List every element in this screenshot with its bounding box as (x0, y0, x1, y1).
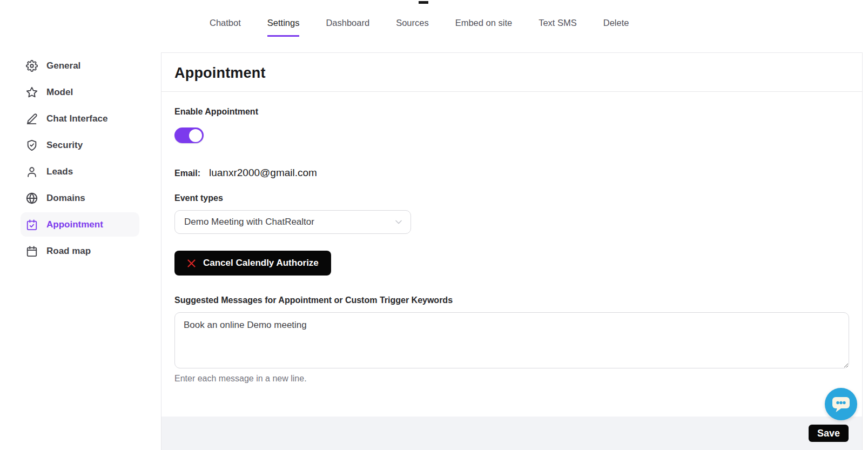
panel-header: Appointment (162, 53, 862, 92)
enable-appointment-label: Enable Appointment (174, 107, 849, 117)
sidebar-item-chat-interface[interactable]: Chat Interface (21, 106, 139, 131)
suggested-messages-textarea[interactable]: Book an online Demo meeting (174, 312, 849, 368)
gear-icon (26, 60, 38, 72)
cancel-calendly-authorize-label: Cancel Calendly Authorize (203, 258, 319, 268)
event-types-select[interactable]: Demo Meeting with ChatRealtor (174, 210, 411, 234)
sidebar-item-appointment[interactable]: Appointment (21, 212, 139, 237)
sidebar-item-general[interactable]: General (21, 53, 139, 78)
sidebar-item-label: Model (46, 87, 73, 98)
tab-embed-on-site[interactable]: Embed on site (455, 18, 512, 37)
sidebar-item-domains[interactable]: Domains (21, 186, 139, 210)
chat-bubble-icon (831, 395, 851, 413)
panel-footer: Save (162, 417, 862, 450)
sidebar-item-label: Security (46, 140, 83, 151)
email-row: Email: luanxr2000@gmail.com (174, 167, 849, 179)
chat-widget-button[interactable] (825, 388, 857, 420)
sidebar-item-model[interactable]: Model (21, 80, 139, 104)
suggested-messages-hint: Enter each message in a new line. (174, 374, 849, 384)
pencil-icon (26, 113, 38, 125)
event-types-selected-value: Demo Meeting with ChatRealtor (184, 217, 314, 227)
enable-appointment-toggle[interactable] (174, 127, 204, 143)
tab-chatbot[interactable]: Chatbot (210, 18, 241, 37)
suggested-messages-label: Suggested Messages for Appointment or Cu… (174, 295, 849, 305)
top-tab-bar: Chatbot Settings Dashboard Sources Embed… (210, 18, 629, 37)
sidebar-item-label: Domains (46, 193, 85, 204)
appointment-settings-panel: Appointment Enable Appointment Email: lu… (161, 52, 863, 450)
cancel-calendly-authorize-button[interactable]: Cancel Calendly Authorize (174, 251, 331, 276)
user-icon (26, 166, 38, 178)
toggle-knob (189, 129, 202, 142)
chevron-down-icon (394, 218, 403, 226)
sidebar-item-label: Chat Interface (46, 113, 107, 124)
sidebar-item-security[interactable]: Security (21, 133, 139, 157)
x-icon (187, 259, 196, 268)
settings-sidebar: General Model Chat Interface Security Le… (21, 53, 139, 265)
email-label: Email: (174, 169, 200, 178)
tab-settings[interactable]: Settings (267, 18, 300, 37)
cropped-page-artifact (419, 1, 428, 4)
tab-text-sms[interactable]: Text SMS (539, 18, 577, 37)
globe-icon (26, 192, 38, 204)
save-button[interactable]: Save (809, 425, 849, 442)
tab-sources[interactable]: Sources (396, 18, 429, 37)
email-value: luanxr2000@gmail.com (209, 167, 317, 179)
tab-delete[interactable]: Delete (603, 18, 629, 37)
star-icon (26, 86, 38, 98)
sidebar-item-label: General (46, 61, 80, 71)
sidebar-item-label: Leads (46, 166, 73, 177)
panel-body: Enable Appointment Email: luanxr2000@gma… (162, 92, 862, 417)
sidebar-item-leads[interactable]: Leads (21, 159, 139, 184)
sidebar-item-road-map[interactable]: Road map (21, 239, 139, 263)
page-title: Appointment (174, 65, 849, 82)
event-types-label: Event types (174, 193, 849, 203)
sidebar-item-label: Road map (46, 246, 91, 257)
shield-check-icon (26, 139, 38, 151)
sidebar-item-label: Appointment (46, 219, 103, 230)
calendar-icon (26, 245, 38, 257)
calendar-check-icon (26, 219, 38, 231)
tab-dashboard[interactable]: Dashboard (326, 18, 369, 37)
